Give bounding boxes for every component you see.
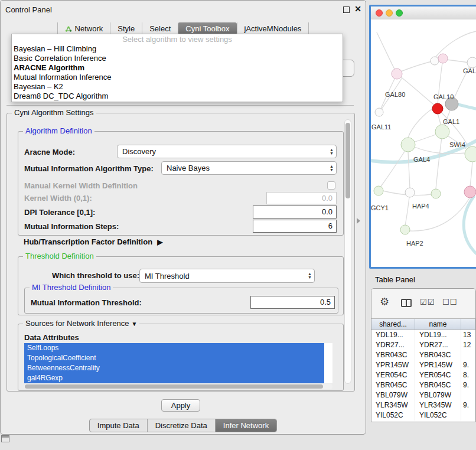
column-header-name[interactable]: name <box>415 319 461 330</box>
network-edge[interactable] <box>380 151 405 187</box>
node-label-hap2: HAP2 <box>406 240 423 247</box>
column-header-shared[interactable]: shared... <box>371 319 415 330</box>
table-row[interactable]: YBR043CYBR043C <box>371 350 475 360</box>
table-cell: YBR043C <box>415 350 461 360</box>
tab-cyni-toolbox[interactable]: Cyni Toolbox <box>178 22 236 35</box>
network-edge[interactable] <box>436 31 476 57</box>
dpi-tolerance-field[interactable]: 0.0 <box>253 206 337 219</box>
network-node[interactable] <box>431 57 439 65</box>
mi-steps-field[interactable]: 6 <box>253 220 337 233</box>
which-threshold-select[interactable]: MI Threshold ▲▼ <box>139 269 315 283</box>
network-edge[interactable] <box>436 138 442 189</box>
network-edge[interactable] <box>398 61 432 73</box>
network-node-gal10[interactable] <box>432 103 443 114</box>
tab-label: jActiveMNodules <box>244 24 302 33</box>
table-row[interactable]: YIL052CYIL052C <box>371 410 475 420</box>
data-attribute-topologicalcoefficient[interactable]: TopologicalCoefficient <box>24 353 324 363</box>
cyni-algorithm-settings-group: Cyni Algorithm Settings Algorithm Defini… <box>6 113 355 392</box>
network-node-gal4[interactable] <box>401 138 415 152</box>
panel-splitter-handle[interactable] <box>357 218 360 224</box>
data-attribute-gal4rgexp[interactable]: gal4RGexp <box>24 373 324 383</box>
bottom-tab-infer-network[interactable]: Infer Network <box>215 419 276 432</box>
minimize-traffic-light-icon[interactable] <box>386 9 393 17</box>
close-traffic-light-icon[interactable] <box>376 9 383 17</box>
network-node[interactable] <box>464 186 476 198</box>
settings-scrollbar[interactable] <box>344 119 351 384</box>
table-row[interactable]: YER054CYER054C8. <box>371 370 475 380</box>
hub-tf-label: Hub/Transcription Factor Definition <box>24 237 152 246</box>
table-cell: 13 <box>461 330 475 340</box>
table-row[interactable]: YDL19...YDL19...13 <box>371 330 475 340</box>
sources-legend[interactable]: Sources for Network Inference▼ <box>23 319 139 328</box>
network-node-hap4[interactable] <box>405 188 415 197</box>
table-row[interactable]: YDR27...YDR27...12 <box>371 340 475 350</box>
tab-select[interactable]: Select <box>142 22 178 35</box>
zoom-traffic-light-icon[interactable] <box>396 9 403 17</box>
network-node-hap2[interactable] <box>400 225 410 234</box>
bottom-tab-discretize-data[interactable]: Discretize Data <box>147 419 215 432</box>
manual-kernel-checkbox[interactable] <box>327 181 335 190</box>
network-node[interactable] <box>467 57 476 68</box>
table-row[interactable]: YBR045CYBR045C9. <box>371 380 475 390</box>
select-all-checkboxes-icon[interactable]: ☑☑ <box>420 298 435 306</box>
network-window-titlebar[interactable] <box>371 6 476 20</box>
data-attribute-selfloops[interactable]: SelfLoops <box>24 343 324 353</box>
network-edge[interactable] <box>397 74 436 106</box>
which-threshold-label: Which threshold to use: <box>52 271 139 280</box>
network-edge[interactable] <box>413 134 437 142</box>
network-edge[interactable] <box>458 105 476 109</box>
table-cell: YDL19... <box>415 330 461 340</box>
tab-style[interactable]: Style <box>110 22 142 35</box>
network-node-gal80[interactable] <box>392 69 402 79</box>
bottom-tab-segment: Impute DataDiscretize DataInfer Network <box>89 419 277 432</box>
network-edge[interactable] <box>377 32 395 69</box>
settings-scrollbar-thumb[interactable] <box>345 123 350 198</box>
close-icon[interactable]: ✕ <box>354 4 361 14</box>
attributes-hscrollbar[interactable] <box>24 384 332 389</box>
attributes-hscrollbar-thumb[interactable] <box>25 384 323 389</box>
gear-icon[interactable]: ⚙ <box>380 295 389 308</box>
network-node-gcy1[interactable] <box>374 186 383 195</box>
network-edge[interactable] <box>408 108 433 138</box>
apply-button[interactable]: Apply <box>161 399 200 412</box>
algorithm-definition-group: Algorithm Definition Aracne Mode: Discov… <box>18 131 344 236</box>
network-edge[interactable] <box>470 161 472 187</box>
mi-algorithm-type-select[interactable]: Naive Bayes ▲▼ <box>161 161 337 175</box>
algorithm-option-basic-correlation-inference[interactable]: Basic Correlation Inference <box>12 54 343 63</box>
columns-icon[interactable] <box>401 299 412 307</box>
table-row[interactable]: YPR145WYPR145W9. <box>371 360 475 370</box>
network-edge[interactable] <box>464 197 476 253</box>
kernel-width-field[interactable]: 0.0 <box>266 192 337 204</box>
algorithm-option-aracne-algorithm[interactable]: ARACNE Algorithm <box>12 63 343 73</box>
aracne-mode-select[interactable]: Discovery ▲▼ <box>117 145 337 158</box>
mi-threshold-legend: MI Threshold Definition <box>30 283 113 292</box>
table-row[interactable]: YLR345WYLR345W9. <box>371 400 475 410</box>
algorithm-option-bayesian-k2[interactable]: Bayesian – K2 <box>12 82 343 92</box>
column-header-extra[interactable] <box>461 319 475 330</box>
network-node[interactable] <box>375 108 383 116</box>
deselect-all-checkboxes-icon[interactable]: ☐☐ <box>442 298 457 306</box>
algorithm-option-bayesian-hill-climbing[interactable]: Bayesian – Hill Climbing <box>12 44 343 54</box>
network-node[interactable] <box>438 54 448 63</box>
algorithm-option-mutual-information-inference[interactable]: Mutual Information Inference <box>12 73 343 82</box>
algorithm-option-dream8-dc-tdc-algorithm[interactable]: Dream8 DC_TDC Algorithm <box>12 92 343 101</box>
network-node-gal1[interactable] <box>435 125 449 139</box>
sources-group: Sources for Network Inference▼ Data Attr… <box>18 324 344 391</box>
data-attribute-betweennesscentrality[interactable]: BetweennessCentrality <box>24 363 324 373</box>
node-label-gal: GAL <box>463 67 476 74</box>
network-edge[interactable] <box>408 152 410 188</box>
network-edge[interactable] <box>446 60 469 63</box>
tab-jactivemnodules[interactable]: jActiveMNodules <box>237 22 309 35</box>
tab-label: Network <box>75 24 103 33</box>
docked-panel-icon[interactable] <box>1 435 9 442</box>
network-edge[interactable] <box>405 197 409 226</box>
float-window-icon[interactable] <box>343 6 350 13</box>
bottom-tab-impute-data[interactable]: Impute Data <box>90 419 147 432</box>
mi-threshold-field[interactable]: 0.5 <box>250 296 335 309</box>
network-node-swi4[interactable] <box>465 146 476 162</box>
network-canvas[interactable]: GAL80GAL10GAL11GAL1SWI4GAL4GCY1HAP4HAP2G… <box>371 19 476 267</box>
tab-network[interactable]: Network <box>57 22 110 35</box>
hub-tf-section-toggle[interactable]: Hub/Transcription Factor Definition ▶ <box>24 237 162 246</box>
network-node[interactable] <box>431 189 441 198</box>
table-row[interactable]: YBL079WYBL079W <box>371 390 475 400</box>
